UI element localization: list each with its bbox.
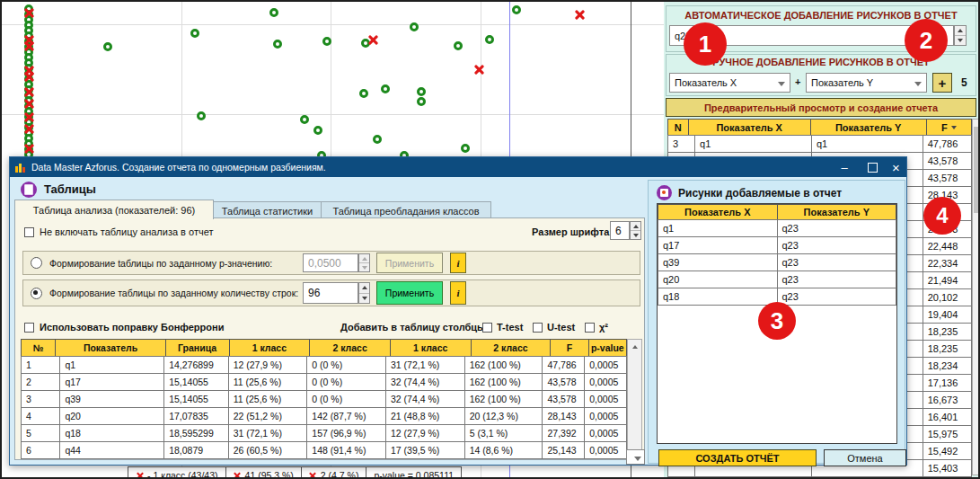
tab-analysis[interactable]: Таблица анализа (показателей: 96) <box>14 200 214 219</box>
table-cell: q1 <box>59 356 164 374</box>
rowcount-info-button[interactable]: i <box>450 281 466 305</box>
scatter-point-class1 <box>273 40 282 49</box>
font-size-stepper[interactable] <box>630 221 641 240</box>
scatter-point-class1 <box>410 22 419 31</box>
table-row[interactable]: q1q23 <box>658 219 896 237</box>
chi2-checkbox[interactable] <box>585 323 595 333</box>
table-cell: 7 <box>21 458 60 460</box>
table-cell: 11 (25,6 %) <box>228 390 308 408</box>
tables-section-icon <box>21 182 37 198</box>
stepper-up-icon[interactable] <box>359 283 369 294</box>
ttest-checkbox[interactable] <box>482 323 492 333</box>
auto-count-stepper[interactable] <box>954 25 967 46</box>
column-header[interactable]: 1 класс <box>390 339 472 357</box>
column-header[interactable]: Показатель <box>55 339 165 357</box>
column-header[interactable]: F <box>926 119 972 136</box>
analysis-scrollbar[interactable] <box>627 339 642 460</box>
table-cell: 25,143 <box>542 441 585 459</box>
column-header[interactable]: F <box>550 339 588 357</box>
table-cell: 0,0005 <box>584 458 627 460</box>
column-header[interactable]: 2 класс <box>309 339 391 357</box>
pvalue-stepper[interactable] <box>358 253 370 272</box>
table-row[interactable]: q20q23 <box>658 271 896 288</box>
table-cell: 5 (3,1 %) <box>464 458 543 460</box>
pvalue-input[interactable]: 0,0500 <box>303 253 358 272</box>
stepper-down-icon[interactable] <box>631 231 640 239</box>
tab-class-prevalence[interactable]: Таблица преобладания классов <box>321 201 491 219</box>
scatter-point-class2 <box>575 10 585 20</box>
table-row[interactable]: 6q4418,087926 (60,5 %)148 (91,4 %)17 (39… <box>21 441 627 459</box>
column-header[interactable]: 2 класс <box>471 339 552 357</box>
rowcount-input[interactable]: 96 <box>303 282 358 304</box>
table-row[interactable]: 3q1q147,786 <box>667 135 972 153</box>
stepper-down-icon[interactable] <box>359 294 369 304</box>
apply-rowcount-button[interactable]: Применить <box>376 281 443 305</box>
column-header[interactable]: Граница <box>165 339 230 357</box>
maximize-button[interactable] <box>860 157 885 177</box>
scatter-point-class2 <box>24 41 34 51</box>
column-header[interactable]: Показатель X <box>658 204 778 220</box>
dialog-titlebar[interactable]: Data Master Azforus. Создание отчета по … <box>10 157 906 177</box>
hidden-combo[interactable] <box>626 449 645 465</box>
scrollbar-thumb[interactable] <box>974 127 979 213</box>
table-cell: 19,404 <box>923 306 972 324</box>
column-header[interactable]: p-value <box>588 339 627 357</box>
table-cell: 0,0005 <box>584 441 627 459</box>
table-cell: 43,578 <box>923 152 972 170</box>
pairs-scrollbar[interactable] <box>972 119 980 475</box>
class2-marker-icon <box>234 472 242 479</box>
scroll-up-icon[interactable] <box>628 340 641 353</box>
column-header[interactable]: Показатель Y <box>810 119 927 136</box>
stepper-up-icon[interactable] <box>955 26 966 36</box>
scatter-point-class1 <box>313 126 322 135</box>
rowcount-radio[interactable] <box>31 288 42 299</box>
table-cell: 18,595299 <box>163 424 228 442</box>
table-cell: 5 <box>21 424 60 442</box>
x-indicator-select[interactable]: Показатель X <box>669 73 790 93</box>
table-cell: 28,143 <box>542 407 585 425</box>
add-pair-button[interactable]: + <box>932 73 952 93</box>
utest-checkbox[interactable] <box>533 323 543 333</box>
table-row[interactable]: q17q23 <box>658 236 896 254</box>
column-header[interactable]: N <box>667 119 689 136</box>
cancel-button[interactable]: Отмена <box>824 449 906 466</box>
table-row[interactable]: 3q3915,1405511 (25,6 %)0 (0 %)32 (74,4 %… <box>21 390 627 408</box>
stepper-up-icon[interactable] <box>631 222 640 231</box>
class-legend-row: - 1 класс (43/43)41 (95,3 %)2 (4,7 %)p-v… <box>128 466 462 479</box>
apply-pvalue-button[interactable]: Применить <box>376 253 443 273</box>
add-columns-label: Добавить в таблицу столбцы: <box>340 322 489 333</box>
close-button[interactable]: × <box>886 157 906 177</box>
table-row[interactable]: 5q1818,59529931 (72,1 %)157 (96,9 %)12 (… <box>21 424 627 442</box>
table-row[interactable]: 7q2416,07540132 (74,4 %)157 (96,9 %)11 (… <box>21 458 627 460</box>
pvalue-info-button[interactable]: i <box>450 253 466 273</box>
scatter-point-class1 <box>359 89 368 98</box>
chevron-down-icon <box>634 457 641 461</box>
table-row[interactable]: 1q114,27689912 (27,9 %)0 (0 %)31 (72,1 %… <box>21 356 627 374</box>
table-cell: q20 <box>59 407 164 425</box>
bonferroni-checkbox[interactable] <box>24 323 34 333</box>
table-row[interactable]: 4q2017,0783522 (51,2 %)142 (87,7 %)21 (4… <box>21 407 627 425</box>
scatter-point-class1 <box>417 97 426 106</box>
table-cell: q1 <box>694 135 812 153</box>
column-header[interactable]: 1 класс <box>229 339 311 357</box>
rowcount-stepper[interactable] <box>358 282 370 304</box>
table-cell: 15,14055 <box>163 373 228 391</box>
tab-statistics[interactable]: Таблица статистики <box>213 201 322 219</box>
table-cell: 23,78 <box>542 458 585 460</box>
stepper-down-icon[interactable] <box>955 36 966 45</box>
column-header[interactable]: Показатель X <box>688 119 811 136</box>
column-header[interactable]: Показатель Y <box>777 204 897 220</box>
table-cell: 43,578 <box>923 169 972 187</box>
scatter-point-class1 <box>322 37 331 46</box>
table-row[interactable]: 2q1715,1405511 (25,6 %)0 (0 %)32 (74,4 %… <box>21 373 627 391</box>
font-size-label: Размер шрифта: <box>532 226 613 237</box>
column-header[interactable]: № <box>21 339 56 357</box>
pvalue-radio[interactable] <box>31 257 42 269</box>
exclude-table-checkbox[interactable] <box>24 227 34 237</box>
preview-report-button[interactable]: Предварительный просмотр и создание отче… <box>666 98 976 117</box>
table-row[interactable]: q39q23 <box>658 253 896 271</box>
y-indicator-select[interactable]: Показатель Y <box>806 73 927 93</box>
create-report-button[interactable]: СОЗДАТЬ ОТЧЁТ <box>658 449 817 466</box>
font-size-input[interactable]: 6 <box>610 221 630 240</box>
minimize-button[interactable]: – <box>832 157 857 177</box>
